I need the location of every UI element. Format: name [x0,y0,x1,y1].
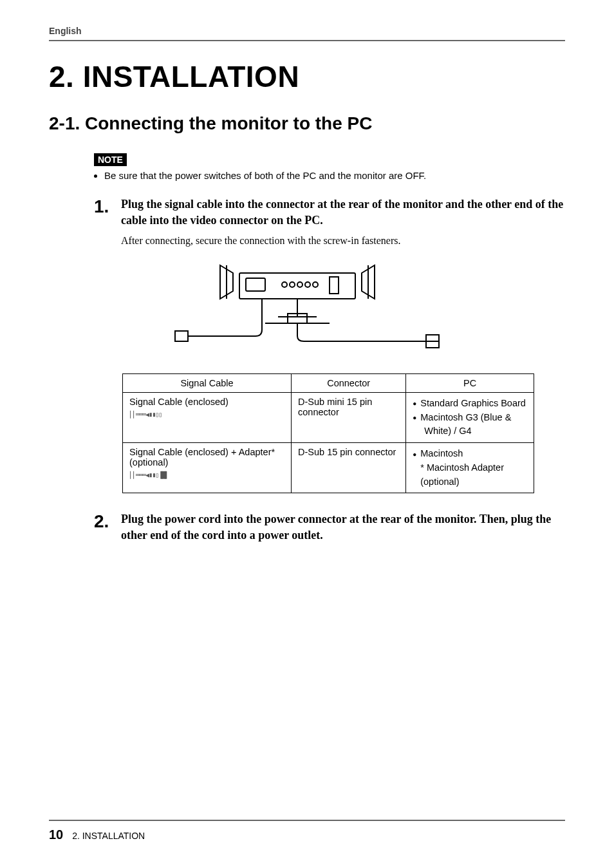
note-list: Be sure that the power switches of both … [94,169,565,182]
table-header-connector: Connector [292,373,406,392]
footer-chapter: 2. INSTALLATION [72,831,145,841]
cable-icon: ⎢⎢═══◀▮▮▯▯ [129,411,284,418]
cable-adapter-icon: ⎢⎢═══◀▮▮▯▐█▌ [129,471,284,478]
section-title: 2-1. Connecting the monitor to the PC [49,113,565,134]
chapter-title: 2. INSTALLATION [49,59,565,94]
table-header-cable: Signal Cable [123,373,292,392]
step-heading: Plug the power cord into the power conne… [121,511,565,543]
pc-cell: Macintosh * Macintosh Adapter (optional) [406,443,534,493]
svg-rect-11 [175,331,188,341]
table-row: Signal Cable (enclosed) + Adapter* (opti… [123,443,534,493]
pc-cell: Standard Graphics Board Macintosh G3 (Bl… [406,392,534,442]
step-subtext: After connecting, secure the connection … [121,234,565,248]
connection-diagram [169,259,445,362]
cable-name: Signal Cable (enclosed) [129,397,228,407]
svg-point-4 [297,282,302,287]
cable-table: Signal Cable Connector PC Signal Cable (… [122,373,534,494]
svg-point-3 [290,282,295,287]
pc-line: * Macintosh Adapter (optional) [420,462,504,487]
svg-point-2 [282,282,287,287]
svg-rect-1 [246,278,265,291]
page-footer: 10 2. INSTALLATION [49,820,565,842]
language-header: English [49,26,565,41]
page-number: 10 [49,827,63,842]
step-number: 1. [94,196,121,216]
note-label: NOTE [94,153,127,166]
svg-point-5 [305,282,310,287]
pc-line: Standard Graphics Board [420,398,526,408]
step-1: 1. Plug the signal cable into the connec… [94,196,565,249]
cable-name: Signal Cable (enclosed) + Adapter* (opti… [129,447,275,467]
step-2: 2. Plug the power cord into the power co… [94,511,565,543]
pc-line: Macintosh [420,448,463,458]
note-item: Be sure that the power switches of both … [104,169,565,182]
table-row: Signal Cable (enclosed) ⎢⎢═══◀▮▮▯▯ D-Sub… [123,392,534,442]
connector-cell: D-Sub mini 15 pin connector [292,392,406,442]
step-number: 2. [94,511,121,531]
pc-line: Macintosh G3 (Blue & [420,412,511,422]
table-header-pc: PC [406,373,534,392]
svg-rect-7 [330,277,339,294]
pc-line: White) / G4 [424,426,471,436]
step-heading: Plug the signal cable into the connector… [121,196,565,229]
connector-cell: D-Sub 15 pin connector [292,443,406,493]
svg-point-6 [313,282,318,287]
